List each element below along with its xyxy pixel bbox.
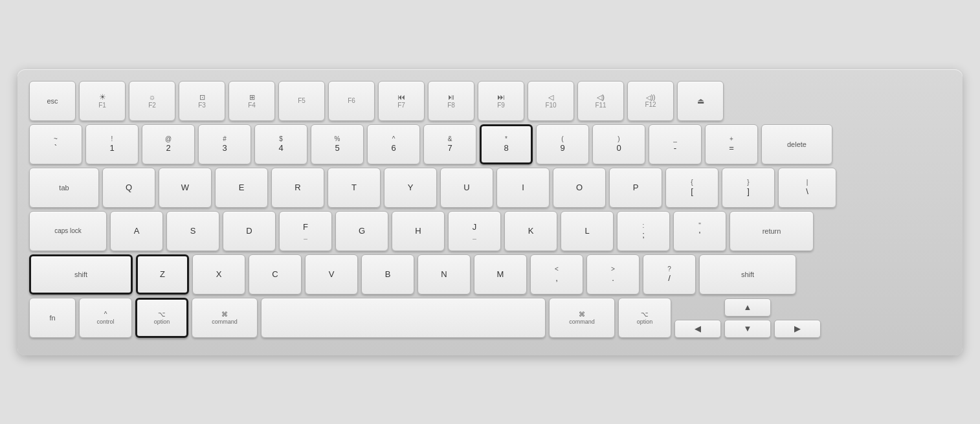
key-g[interactable]: G (335, 211, 388, 251)
key-shift-left[interactable]: shift (29, 254, 133, 295)
control-label: control (96, 318, 114, 325)
key-f12[interactable]: ◁)) F12 (627, 81, 674, 121)
key-f3[interactable]: ⊡ F3 (179, 81, 225, 121)
key-space[interactable] (261, 298, 546, 338)
period-main: . (612, 273, 614, 284)
key-w[interactable]: W (159, 168, 212, 208)
d-main: D (246, 226, 252, 236)
key-a[interactable]: A (110, 211, 163, 251)
key-k[interactable]: K (504, 211, 557, 251)
key-command-right[interactable]: ⌘ command (549, 298, 615, 338)
key-f10[interactable]: ◁ F10 (528, 81, 574, 121)
key-f5[interactable]: F5 (278, 81, 325, 121)
key-t[interactable]: T (328, 168, 381, 208)
key-equals[interactable]: + = (705, 124, 758, 164)
key-period[interactable]: > . (586, 254, 640, 295)
key-f[interactable]: F _ (279, 211, 332, 251)
key-y[interactable]: Y (384, 168, 437, 208)
key-d[interactable]: D (223, 211, 276, 251)
f11-label: F11 (595, 102, 606, 109)
key-b[interactable]: B (361, 254, 414, 295)
z-main: Z (160, 269, 165, 280)
key-slash[interactable]: ? / (643, 254, 696, 295)
key-rbracket[interactable]: } ] (722, 168, 775, 208)
key-m[interactable]: M (474, 254, 527, 295)
key-option-left[interactable]: ⌥ option (135, 298, 188, 338)
key-5[interactable]: % 5 (311, 124, 364, 164)
function-row: esc ☀ F1 ☼ F2 ⊡ F3 ⊞ F4 F5 F6 ⏮ F7 ⏯ (29, 81, 951, 121)
key-4[interactable]: $ 4 (254, 124, 307, 164)
key-h[interactable]: H (392, 211, 445, 251)
key-q[interactable]: Q (102, 168, 155, 208)
key-c[interactable]: C (249, 254, 302, 295)
key-f9[interactable]: ⏭ F9 (478, 81, 524, 121)
4-top: $ (279, 135, 283, 143)
key-u[interactable]: U (440, 168, 493, 208)
key-tilde[interactable]: ~ ` (29, 124, 82, 164)
key-tab[interactable]: tab (29, 168, 99, 208)
e-main: E (239, 183, 245, 193)
key-8[interactable]: * 8 (480, 124, 533, 164)
key-f2[interactable]: ☼ F2 (129, 81, 175, 121)
key-9[interactable]: ( 9 (536, 124, 589, 164)
key-o[interactable]: O (553, 168, 606, 208)
key-option-right[interactable]: ⌥ option (618, 298, 671, 338)
key-i[interactable]: I (496, 168, 550, 208)
key-shift-right[interactable]: shift (699, 254, 796, 295)
key-return[interactable]: return (729, 211, 814, 251)
key-s[interactable]: S (166, 211, 219, 251)
key-lbracket[interactable]: { [ (665, 168, 718, 208)
key-x[interactable]: X (192, 254, 245, 295)
backslash-main: \ (806, 186, 808, 197)
key-2[interactable]: @ 2 (142, 124, 195, 164)
command-left-icon: ⌘ (221, 311, 228, 318)
key-n[interactable]: N (418, 254, 471, 295)
t-main: T (351, 183, 357, 193)
key-capslock[interactable]: caps lock (29, 211, 107, 251)
key-control[interactable]: ^ control (79, 298, 132, 338)
key-0[interactable]: ) 0 (592, 124, 645, 164)
key-7[interactable]: & 7 (423, 124, 476, 164)
key-f7[interactable]: ⏮ F7 (378, 81, 425, 121)
key-v[interactable]: V (305, 254, 358, 295)
key-arrow-left[interactable]: ◀ (674, 320, 721, 338)
capslock-label: caps lock (54, 227, 82, 234)
key-3[interactable]: # 3 (198, 124, 251, 164)
key-semicolon[interactable]: : ; (617, 211, 670, 251)
option-right-label: option (637, 318, 653, 325)
comma-top: < (555, 265, 559, 273)
key-delete[interactable]: delete (761, 124, 832, 164)
key-f4[interactable]: ⊞ F4 (228, 81, 275, 121)
key-f6[interactable]: F6 (328, 81, 375, 121)
key-p[interactable]: P (609, 168, 662, 208)
key-f11[interactable]: ◁) F11 (577, 81, 624, 121)
option-left-label: option (154, 318, 170, 325)
key-r[interactable]: R (271, 168, 324, 208)
key-minus[interactable]: _ - (649, 124, 702, 164)
key-j[interactable]: J _ (448, 211, 501, 251)
f3-label: F3 (198, 102, 206, 109)
key-f1[interactable]: ☀ F1 (79, 81, 126, 121)
v-main: V (329, 269, 335, 280)
f-sub: _ (304, 232, 307, 240)
key-arrow-down[interactable]: ▼ (724, 320, 771, 338)
key-esc[interactable]: esc (29, 81, 76, 121)
key-arrow-up[interactable]: ▲ (724, 298, 771, 317)
key-arrow-right[interactable]: ▶ (774, 320, 821, 338)
key-comma[interactable]: < , (530, 254, 583, 295)
key-f8[interactable]: ⏯ F8 (428, 81, 474, 121)
4-main: 4 (278, 143, 283, 153)
key-eject[interactable]: ⏏ (677, 81, 724, 121)
key-fn[interactable]: fn (29, 298, 76, 338)
key-1[interactable]: ! 1 (85, 124, 139, 164)
f5-label: F5 (298, 97, 306, 104)
key-quote[interactable]: " ' (673, 211, 726, 251)
f4-icon: ⊞ (249, 93, 255, 102)
key-backslash[interactable]: | \ (778, 168, 836, 208)
key-e[interactable]: E (215, 168, 268, 208)
key-command-left[interactable]: ⌘ command (192, 298, 258, 338)
key-z[interactable]: Z (136, 254, 189, 295)
key-l[interactable]: L (561, 211, 614, 251)
key-6[interactable]: ^ 6 (367, 124, 420, 164)
6-top: ^ (392, 135, 395, 143)
